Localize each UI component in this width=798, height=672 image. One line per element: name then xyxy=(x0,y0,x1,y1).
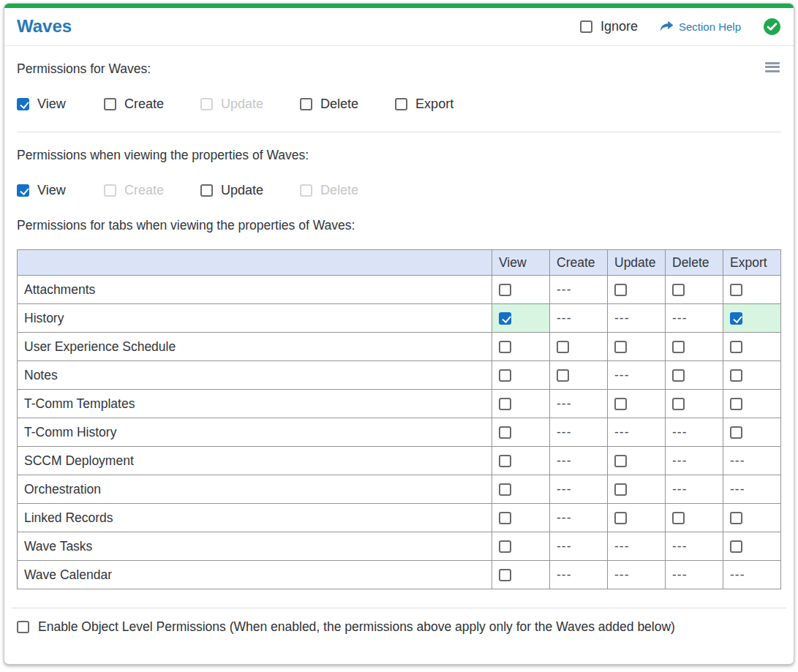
section-help-label: Section Help xyxy=(679,20,741,33)
attachments-delete-checkbox[interactable] xyxy=(672,284,685,296)
sccm-deployment-create-cell: --- xyxy=(550,447,608,475)
section-menu-button[interactable] xyxy=(764,57,781,77)
section-divider xyxy=(17,132,781,132)
user-experience-schedule-export-cell xyxy=(723,333,781,361)
sccm-deployment-view-cell xyxy=(492,447,550,475)
user-experience-schedule-view-checkbox[interactable] xyxy=(499,341,511,353)
tab-name-cell: History xyxy=(18,304,492,333)
not-applicable-text: --- xyxy=(557,510,571,525)
notes-export-checkbox[interactable] xyxy=(730,369,742,382)
object-delete-option[interactable]: Delete xyxy=(300,97,358,112)
sccm-deployment-delete-cell: --- xyxy=(666,447,723,475)
ignore-option[interactable]: Ignore xyxy=(580,19,638,34)
properties-view-label: View xyxy=(37,183,66,198)
history-view-checkbox[interactable] xyxy=(499,312,511,325)
attachments-export-checkbox[interactable] xyxy=(730,284,742,296)
section-help-link[interactable]: Section Help xyxy=(660,20,741,33)
properties-delete-option: Delete xyxy=(300,183,358,198)
object-export-option[interactable]: Export xyxy=(395,97,453,112)
object-update-label: Update xyxy=(221,97,263,112)
properties-create-label: Create xyxy=(124,183,164,198)
sccm-deployment-view-checkbox[interactable] xyxy=(499,455,511,467)
attachments-update-checkbox[interactable] xyxy=(614,284,627,296)
properties-view-option[interactable]: View xyxy=(17,183,67,198)
sccm-deployment-update-checkbox[interactable] xyxy=(614,455,627,467)
t-comm-templates-delete-checkbox[interactable] xyxy=(672,398,685,410)
history-delete-cell: --- xyxy=(666,304,723,333)
user-experience-schedule-create-checkbox[interactable] xyxy=(557,341,569,353)
object-create-checkbox[interactable] xyxy=(104,98,116,110)
column-header-create: Create xyxy=(550,250,608,276)
object-delete-checkbox[interactable] xyxy=(300,98,312,110)
not-applicable-text: --- xyxy=(672,482,687,497)
notes-delete-checkbox[interactable] xyxy=(672,369,685,382)
wave-calendar-update-cell: --- xyxy=(608,561,666,589)
object-view-checkbox[interactable] xyxy=(17,98,29,110)
linked-records-view-checkbox[interactable] xyxy=(499,512,511,524)
t-comm-templates-export-cell xyxy=(723,390,781,418)
t-comm-templates-update-checkbox[interactable] xyxy=(614,398,627,410)
object-export-checkbox[interactable] xyxy=(395,98,407,110)
user-experience-schedule-update-checkbox[interactable] xyxy=(614,341,627,353)
linked-records-delete-checkbox[interactable] xyxy=(672,512,685,524)
enable-object-level-permissions-option[interactable]: Enable Object Level Permissions (When en… xyxy=(17,619,781,635)
attachments-export-cell xyxy=(723,276,781,304)
t-comm-history-export-cell xyxy=(723,418,781,447)
properties-update-checkbox[interactable] xyxy=(200,184,213,197)
not-applicable-text: --- xyxy=(557,311,571,325)
object-view-option[interactable]: View xyxy=(17,97,67,112)
enable-object-level-permissions-checkbox[interactable] xyxy=(17,621,29,633)
object-delete-label: Delete xyxy=(320,97,358,112)
not-applicable-text: --- xyxy=(614,311,629,325)
orchestration-export-cell: --- xyxy=(723,475,781,504)
column-header-view: View xyxy=(492,250,550,276)
column-header-update: Update xyxy=(608,250,666,276)
attachments-view-checkbox[interactable] xyxy=(499,284,511,296)
linked-records-export-cell xyxy=(723,504,781,532)
orchestration-view-checkbox[interactable] xyxy=(499,483,511,496)
t-comm-templates-view-checkbox[interactable] xyxy=(499,398,511,410)
properties-update-option[interactable]: Update xyxy=(200,183,263,198)
t-comm-templates-create-cell: --- xyxy=(550,390,608,418)
notes-export-cell xyxy=(723,361,781,390)
user-experience-schedule-update-cell xyxy=(608,333,666,361)
history-update-cell: --- xyxy=(608,304,666,333)
orchestration-update-checkbox[interactable] xyxy=(614,483,627,496)
wave-tasks-create-cell: --- xyxy=(550,532,608,561)
orchestration-delete-cell: --- xyxy=(666,475,723,504)
history-export-checkbox[interactable] xyxy=(730,312,742,325)
t-comm-history-export-checkbox[interactable] xyxy=(730,426,742,439)
t-comm-templates-export-checkbox[interactable] xyxy=(730,398,742,410)
column-header-export: Export xyxy=(723,250,781,276)
user-experience-schedule-delete-checkbox[interactable] xyxy=(672,341,685,353)
table-row-notes: Notes--- xyxy=(18,361,781,390)
notes-view-checkbox[interactable] xyxy=(499,369,511,382)
not-applicable-text: --- xyxy=(557,425,571,439)
t-comm-templates-delete-cell xyxy=(666,390,723,418)
wave-calendar-view-checkbox[interactable] xyxy=(499,569,511,581)
notes-create-checkbox[interactable] xyxy=(557,369,569,382)
t-comm-history-view-checkbox[interactable] xyxy=(499,426,511,439)
object-create-option[interactable]: Create xyxy=(104,97,164,112)
object-permissions-row: ViewCreateUpdateDeleteExport xyxy=(17,97,781,112)
object-create-label: Create xyxy=(124,97,164,112)
wave-tasks-view-checkbox[interactable] xyxy=(499,540,511,553)
wave-calendar-create-cell: --- xyxy=(550,561,608,589)
permissions-for-waves-label: Permissions for Waves: xyxy=(17,61,151,77)
linked-records-update-checkbox[interactable] xyxy=(614,512,627,524)
sccm-deployment-export-cell: --- xyxy=(723,447,781,475)
object-update-option: Update xyxy=(200,97,263,112)
tab-name-cell: Wave Calendar xyxy=(18,561,492,589)
not-applicable-text: --- xyxy=(614,368,629,382)
table-row-orchestration: Orchestration--------- xyxy=(18,475,781,504)
tab-name-cell: Linked Records xyxy=(18,504,492,532)
not-applicable-text: --- xyxy=(557,482,571,497)
history-export-cell xyxy=(723,304,781,333)
forward-arrow-icon xyxy=(660,20,674,32)
properties-view-checkbox[interactable] xyxy=(17,184,29,197)
ignore-checkbox[interactable] xyxy=(580,20,592,33)
wave-tasks-export-checkbox[interactable] xyxy=(730,540,742,553)
linked-records-export-checkbox[interactable] xyxy=(730,512,742,524)
user-experience-schedule-export-checkbox[interactable] xyxy=(730,341,742,353)
notes-delete-cell xyxy=(666,361,723,390)
